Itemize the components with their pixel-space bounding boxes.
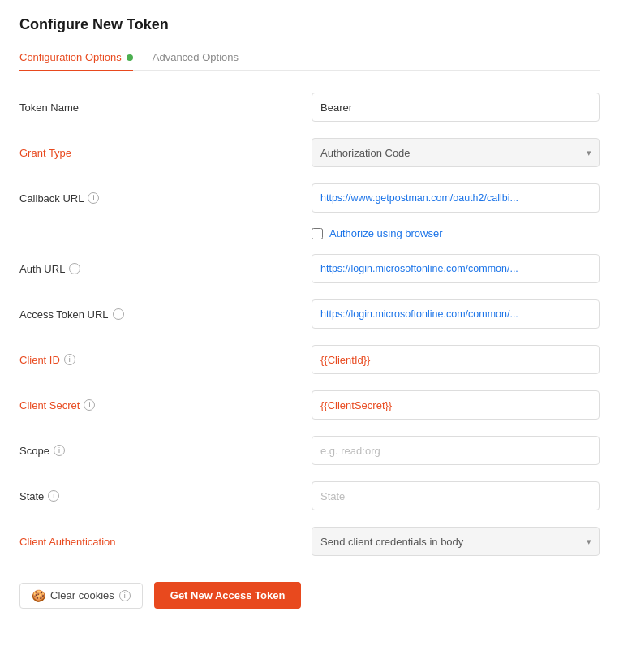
callback-url-input[interactable] — [312, 183, 600, 213]
client-id-info-icon[interactable]: i — [64, 354, 75, 365]
clear-cookies-label: Clear cookies — [50, 589, 114, 601]
get-token-button[interactable]: Get New Access Token — [154, 582, 302, 609]
tab-configuration-label: Configuration Options — [19, 51, 122, 63]
clear-cookies-button[interactable]: 🍪 Clear cookies i — [19, 583, 143, 609]
page-title: Configure New Token — [19, 16, 600, 33]
cookie-icon: 🍪 — [32, 589, 45, 602]
client-secret-input[interactable] — [312, 390, 600, 420]
grant-type-row: Grant Type Authorization Code Implicit P… — [19, 136, 600, 169]
grant-type-label: Grant Type — [19, 147, 312, 159]
token-name-input[interactable] — [312, 93, 600, 122]
scope-row: Scope i — [19, 434, 600, 467]
callback-url-row: Callback URL i — [19, 182, 600, 214]
tab-advanced-label: Advanced Options — [153, 51, 239, 63]
access-token-url-input[interactable] — [312, 299, 600, 329]
state-info-icon[interactable]: i — [48, 490, 59, 502]
auth-url-row: Auth URL i — [19, 252, 600, 285]
auth-url-input[interactable] — [312, 254, 600, 283]
clear-cookies-info-icon[interactable]: i — [119, 590, 131, 601]
client-id-label: Client ID i — [19, 354, 312, 366]
tab-configuration[interactable]: Configuration Options — [19, 45, 133, 71]
scope-label: Scope i — [19, 445, 312, 457]
client-auth-label: Client Authentication — [19, 536, 312, 548]
authorize-browser-checkbox[interactable] — [312, 228, 323, 239]
access-token-url-info-icon[interactable]: i — [113, 308, 124, 320]
grant-type-select-wrapper: Authorization Code Implicit Password Cre… — [312, 138, 600, 167]
scope-input[interactable] — [312, 436, 600, 465]
auth-url-label: Auth URL i — [19, 263, 312, 275]
bottom-section: 🍪 Clear cookies i Get New Access Token — [19, 574, 600, 609]
client-auth-row: Client Authentication Send client creden… — [19, 525, 600, 558]
client-id-input[interactable] — [312, 345, 600, 374]
auth-url-info-icon[interactable]: i — [69, 263, 80, 274]
token-name-label: Token Name — [19, 101, 312, 114]
scope-info-icon[interactable]: i — [54, 445, 65, 456]
client-auth-select[interactable]: Send client credentials in body Send as … — [312, 527, 600, 556]
authorize-browser-label[interactable]: Authorize using browser — [329, 227, 442, 239]
client-id-row: Client ID i — [19, 343, 600, 376]
access-token-url-label: Access Token URL i — [19, 308, 312, 321]
client-secret-info-icon[interactable]: i — [84, 399, 95, 411]
tab-active-dot — [127, 54, 133, 61]
grant-type-select[interactable]: Authorization Code Implicit Password Cre… — [312, 138, 600, 167]
client-secret-row: Client Secret i — [19, 389, 600, 421]
tab-advanced[interactable]: Advanced Options — [153, 45, 239, 71]
client-auth-select-wrapper: Send client credentials in body Send as … — [312, 527, 600, 556]
state-input[interactable] — [312, 481, 600, 510]
callback-url-label: Callback URL i — [19, 192, 312, 205]
token-name-row: Token Name — [19, 91, 600, 123]
state-row: State i — [19, 480, 600, 512]
callback-url-info-icon[interactable]: i — [88, 192, 99, 204]
state-label: State i — [19, 490, 312, 502]
tabs-container: Configuration Options Advanced Options — [19, 45, 600, 71]
access-token-url-row: Access Token URL i — [19, 298, 600, 330]
client-secret-label: Client Secret i — [19, 399, 312, 411]
authorize-browser-row: Authorize using browser — [312, 227, 600, 239]
